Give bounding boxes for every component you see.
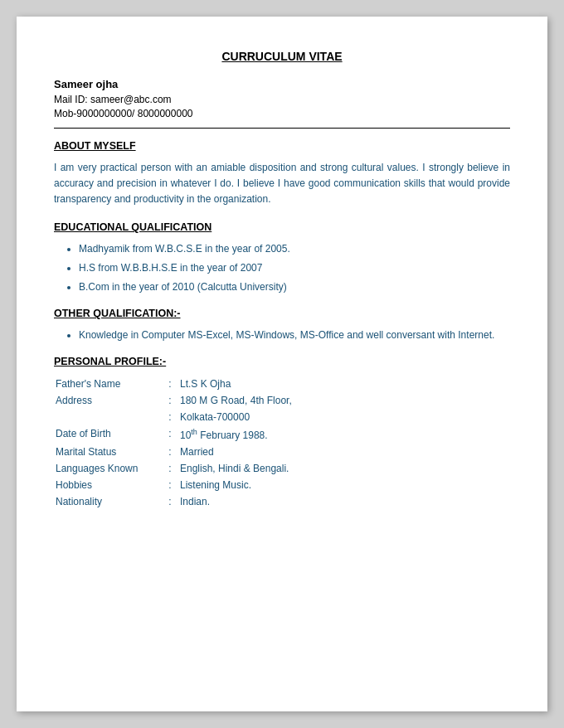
profile-label <box>54 409 162 425</box>
profile-label: Address <box>54 392 162 409</box>
profile-colon: : <box>162 392 178 409</box>
other-qual-title: OTHER QUALIFICATION:- <box>54 308 510 319</box>
list-item: H.S from W.B.B.H.S.E in the year of 2007 <box>79 260 510 275</box>
profile-colon: : <box>162 425 178 444</box>
profile-value: Listening Music. <box>178 477 510 493</box>
profile-colon: : <box>162 444 178 460</box>
table-row: Address : 180 M G Road, 4th Floor, <box>54 392 510 409</box>
email-line: Mail ID: sameer@abc.com <box>54 94 510 105</box>
table-row: Marital Status : Married <box>54 444 510 460</box>
table-row: Date of Birth : 10th February 1988. <box>54 425 510 444</box>
personal-title: PERSONAL PROFILE:- <box>54 356 510 367</box>
about-title: ABOUT MYSELF <box>54 140 510 152</box>
about-section: ABOUT MYSELF I am very practical person … <box>54 140 510 208</box>
profile-label: Hobbies <box>54 477 162 493</box>
education-list: Madhyamik from W.B.C.S.E in the year of … <box>79 241 510 294</box>
profile-value: Lt.S K Ojha <box>178 376 510 392</box>
profile-label: Languages Known <box>54 460 162 477</box>
profile-colon: : <box>162 409 178 425</box>
header-divider <box>54 128 510 129</box>
profile-value: 180 M G Road, 4th Floor, <box>178 392 510 409</box>
profile-colon: : <box>162 477 178 493</box>
list-item: Knowledge in Computer MS-Excel, MS-Windo… <box>79 328 510 342</box>
profile-label: Marital Status <box>54 444 162 460</box>
table-row: Nationality : Indian. <box>54 493 510 510</box>
table-row: Languages Known : English, Hindi & Benga… <box>54 460 510 477</box>
other-qual-section: OTHER QUALIFICATION:- Knowledge in Compu… <box>54 308 510 342</box>
profile-value: 10th February 1988. <box>178 425 510 444</box>
other-qual-list: Knowledge in Computer MS-Excel, MS-Windo… <box>79 328 510 342</box>
profile-value: Kolkata-700000 <box>178 409 510 425</box>
phone-line: Mob-9000000000/ 8000000000 <box>54 108 510 119</box>
profile-value: Indian. <box>178 493 510 510</box>
resume-page: CURRUCULUM VITAE Sameer ojha Mail ID: sa… <box>17 17 547 711</box>
education-title: EDUCATIONAL QUALIFICATION <box>54 221 510 233</box>
applicant-name: Sameer ojha <box>54 78 510 90</box>
table-row: Father's Name : Lt.S K Ojha <box>54 376 510 392</box>
profile-label: Father's Name <box>54 376 162 392</box>
profile-colon: : <box>162 493 178 510</box>
profile-value: English, Hindi & Bengali. <box>178 460 510 477</box>
list-item: B.Com in the year of 2010 (Calcutta Univ… <box>79 279 510 294</box>
personal-section: PERSONAL PROFILE:- Father's Name : Lt.S … <box>54 356 510 510</box>
profile-table: Father's Name : Lt.S K Ojha Address : 18… <box>54 376 510 510</box>
profile-colon: : <box>162 460 178 477</box>
profile-label: Date of Birth <box>54 425 162 444</box>
cv-title: CURRUCULUM VITAE <box>54 50 510 63</box>
table-row: : Kolkata-700000 <box>54 409 510 425</box>
profile-colon: : <box>162 376 178 392</box>
education-section: EDUCATIONAL QUALIFICATION Madhyamik from… <box>54 221 510 294</box>
about-text: I am very practical person with an amiab… <box>54 160 510 208</box>
table-row: Hobbies : Listening Music. <box>54 477 510 493</box>
profile-label: Nationality <box>54 493 162 510</box>
list-item: Madhyamik from W.B.C.S.E in the year of … <box>79 241 510 256</box>
profile-value: Married <box>178 444 510 460</box>
